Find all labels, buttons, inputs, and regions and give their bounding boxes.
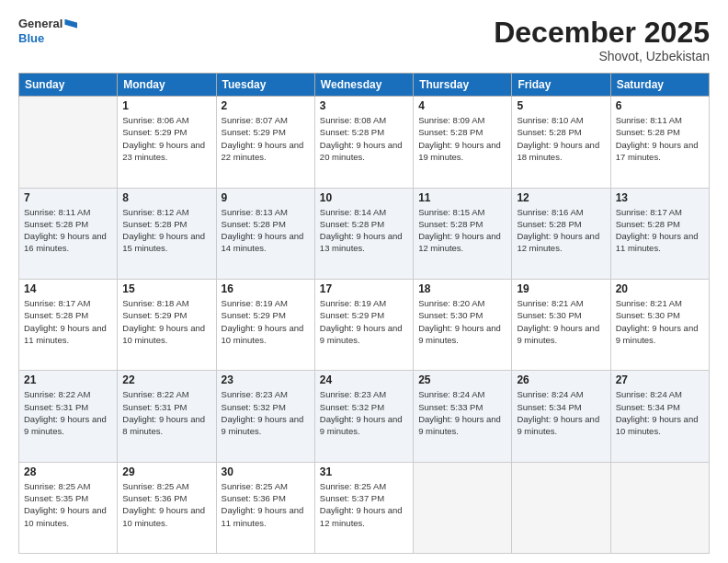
day-info: Sunrise: 8:11 AM Sunset: 5:28 PM Dayligh… [616,114,704,163]
day-number: 17 [320,282,408,295]
day-number: 16 [222,282,310,295]
calendar-day-cell: 2Sunrise: 8:07 AM Sunset: 5:29 PM Daylig… [216,97,314,188]
day-number: 25 [418,373,506,386]
day-info: Sunrise: 8:17 AM Sunset: 5:28 PM Dayligh… [24,297,112,346]
day-number: 12 [517,191,605,204]
day-number: 8 [122,191,210,204]
calendar-day-cell: 25Sunrise: 8:24 AM Sunset: 5:33 PM Dayli… [414,371,512,462]
weekday-header: Tuesday [216,74,314,97]
calendar-day-cell: 10Sunrise: 8:14 AM Sunset: 5:28 PM Dayli… [314,188,413,279]
day-info: Sunrise: 8:25 AM Sunset: 5:36 PM Dayligh… [122,480,210,529]
calendar-day-cell: 26Sunrise: 8:24 AM Sunset: 5:34 PM Dayli… [512,371,610,462]
day-info: Sunrise: 8:19 AM Sunset: 5:29 PM Dayligh… [320,297,408,346]
day-number: 3 [320,99,408,112]
day-info: Sunrise: 8:17 AM Sunset: 5:28 PM Dayligh… [616,206,704,255]
day-info: Sunrise: 8:12 AM Sunset: 5:28 PM Dayligh… [122,206,210,255]
day-info: Sunrise: 8:25 AM Sunset: 5:37 PM Dayligh… [320,480,408,529]
day-info: Sunrise: 8:25 AM Sunset: 5:35 PM Dayligh… [24,480,112,529]
weekday-header: Wednesday [314,74,413,97]
calendar-day-cell: 6Sunrise: 8:11 AM Sunset: 5:28 PM Daylig… [610,97,709,188]
calendar-page: General Blue December 2025 Shovot, Uzbek… [0,0,728,563]
day-info: Sunrise: 8:24 AM Sunset: 5:33 PM Dayligh… [418,388,506,437]
day-number: 31 [320,465,408,478]
calendar-day-cell: 11Sunrise: 8:15 AM Sunset: 5:28 PM Dayli… [414,188,512,279]
calendar-day-cell [610,462,709,553]
day-info: Sunrise: 8:23 AM Sunset: 5:32 PM Dayligh… [222,388,310,437]
day-info: Sunrise: 8:14 AM Sunset: 5:28 PM Dayligh… [320,206,408,255]
calendar-day-cell: 30Sunrise: 8:25 AM Sunset: 5:36 PM Dayli… [216,462,314,553]
calendar-day-cell: 17Sunrise: 8:19 AM Sunset: 5:29 PM Dayli… [314,279,413,370]
calendar-week-row: 1Sunrise: 8:06 AM Sunset: 5:29 PM Daylig… [19,97,710,188]
weekday-header: Sunday [19,74,118,97]
day-info: Sunrise: 8:13 AM Sunset: 5:28 PM Dayligh… [222,206,310,255]
day-info: Sunrise: 8:15 AM Sunset: 5:28 PM Dayligh… [418,206,506,255]
day-info: Sunrise: 8:19 AM Sunset: 5:29 PM Dayligh… [222,297,310,346]
calendar-day-cell [19,97,118,188]
calendar-day-cell [414,462,512,553]
calendar-day-cell: 20Sunrise: 8:21 AM Sunset: 5:30 PM Dayli… [610,279,709,370]
calendar-day-cell: 7Sunrise: 8:11 AM Sunset: 5:28 PM Daylig… [19,188,118,279]
calendar-day-cell: 18Sunrise: 8:20 AM Sunset: 5:30 PM Dayli… [414,279,512,370]
calendar-day-cell: 14Sunrise: 8:17 AM Sunset: 5:28 PM Dayli… [19,279,118,370]
day-info: Sunrise: 8:16 AM Sunset: 5:28 PM Dayligh… [517,206,605,255]
day-number: 29 [122,465,210,478]
day-number: 9 [222,191,310,204]
header: General Blue December 2025 Shovot, Uzbek… [18,17,710,63]
calendar-day-cell: 4Sunrise: 8:09 AM Sunset: 5:28 PM Daylig… [414,97,512,188]
day-info: Sunrise: 8:10 AM Sunset: 5:28 PM Dayligh… [517,114,605,163]
calendar-day-cell: 31Sunrise: 8:25 AM Sunset: 5:37 PM Dayli… [314,462,413,553]
calendar-week-row: 28Sunrise: 8:25 AM Sunset: 5:35 PM Dayli… [19,462,710,553]
day-number: 28 [24,465,112,478]
day-number: 6 [616,99,704,112]
calendar-week-row: 7Sunrise: 8:11 AM Sunset: 5:28 PM Daylig… [19,188,710,279]
calendar-day-cell [512,462,610,553]
weekday-header-row: SundayMondayTuesdayWednesdayThursdayFrid… [19,74,710,97]
calendar-day-cell: 13Sunrise: 8:17 AM Sunset: 5:28 PM Dayli… [610,188,709,279]
day-number: 18 [418,282,506,295]
day-number: 30 [222,465,310,478]
day-number: 14 [24,282,112,295]
day-info: Sunrise: 8:24 AM Sunset: 5:34 PM Dayligh… [517,388,605,437]
day-number: 2 [222,99,310,112]
weekday-header: Saturday [610,74,709,97]
calendar-day-cell: 3Sunrise: 8:08 AM Sunset: 5:28 PM Daylig… [314,97,413,188]
day-number: 11 [418,191,506,204]
day-number: 20 [616,282,704,295]
calendar-day-cell: 16Sunrise: 8:19 AM Sunset: 5:29 PM Dayli… [216,279,314,370]
logo-icon [64,19,77,29]
day-info: Sunrise: 8:21 AM Sunset: 5:30 PM Dayligh… [517,297,605,346]
day-info: Sunrise: 8:08 AM Sunset: 5:28 PM Dayligh… [320,114,408,163]
location: Shovot, Uzbekistan [494,49,710,63]
day-info: Sunrise: 8:07 AM Sunset: 5:29 PM Dayligh… [222,114,310,163]
calendar-table: SundayMondayTuesdayWednesdayThursdayFrid… [18,73,710,554]
calendar-day-cell: 29Sunrise: 8:25 AM Sunset: 5:36 PM Dayli… [118,462,216,553]
calendar-day-cell: 22Sunrise: 8:22 AM Sunset: 5:31 PM Dayli… [118,371,216,462]
day-number: 7 [24,191,112,204]
calendar-day-cell: 1Sunrise: 8:06 AM Sunset: 5:29 PM Daylig… [118,97,216,188]
day-number: 4 [418,99,506,112]
calendar-week-row: 14Sunrise: 8:17 AM Sunset: 5:28 PM Dayli… [19,279,710,370]
calendar-day-cell: 23Sunrise: 8:23 AM Sunset: 5:32 PM Dayli… [216,371,314,462]
calendar-day-cell: 24Sunrise: 8:23 AM Sunset: 5:32 PM Dayli… [314,371,413,462]
weekday-header: Thursday [414,74,512,97]
logo: General Blue [18,17,77,45]
calendar-day-cell: 9Sunrise: 8:13 AM Sunset: 5:28 PM Daylig… [216,188,314,279]
title-block: December 2025 Shovot, Uzbekistan [494,17,710,63]
day-number: 1 [122,99,210,112]
day-number: 27 [616,373,704,386]
day-number: 5 [517,99,605,112]
month-title: December 2025 [494,17,710,49]
calendar-week-row: 21Sunrise: 8:22 AM Sunset: 5:31 PM Dayli… [19,371,710,462]
day-number: 19 [517,282,605,295]
day-number: 21 [24,373,112,386]
day-info: Sunrise: 8:22 AM Sunset: 5:31 PM Dayligh… [122,388,210,437]
calendar-day-cell: 8Sunrise: 8:12 AM Sunset: 5:28 PM Daylig… [118,188,216,279]
weekday-header: Monday [118,74,216,97]
logo-blue-text: Blue [18,31,77,46]
day-info: Sunrise: 8:11 AM Sunset: 5:28 PM Dayligh… [24,206,112,255]
day-info: Sunrise: 8:22 AM Sunset: 5:31 PM Dayligh… [24,388,112,437]
day-info: Sunrise: 8:23 AM Sunset: 5:32 PM Dayligh… [320,388,408,437]
day-info: Sunrise: 8:25 AM Sunset: 5:36 PM Dayligh… [222,480,310,529]
calendar-day-cell: 27Sunrise: 8:24 AM Sunset: 5:34 PM Dayli… [610,371,709,462]
day-number: 26 [517,373,605,386]
